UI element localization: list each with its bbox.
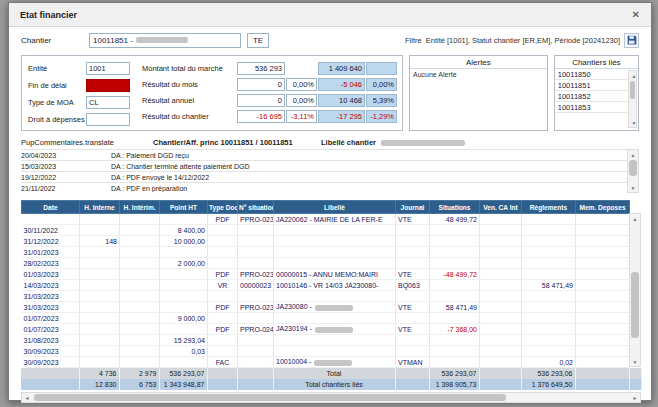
table-cell xyxy=(120,269,160,280)
table-cell xyxy=(576,236,630,247)
field-input[interactable]: 1001 xyxy=(86,62,130,75)
table-cell xyxy=(80,302,120,313)
table-cell xyxy=(522,335,576,346)
table-cell xyxy=(274,258,396,269)
table-row[interactable]: 01/03/2023PDFPPRO-02300000015 - ANNU MEM… xyxy=(22,269,630,280)
scroll-up-icon[interactable]: ▲ xyxy=(628,150,638,159)
table-cell xyxy=(396,346,430,357)
column-header[interactable]: Règlements xyxy=(522,201,576,214)
table-cell xyxy=(80,357,120,368)
totals-linked-row: 12 8306 7531 343 948,87Total chantiers l… xyxy=(21,379,641,390)
scroll-down-icon[interactable]: ▼ xyxy=(629,118,639,127)
comment-row[interactable]: 20/04/2023DA : Paiement DGD reçu xyxy=(21,149,639,160)
table-cell xyxy=(22,214,80,225)
result-label: Résultat du chantier xyxy=(142,112,236,121)
dialog-titlebar: Etat financier ✕ xyxy=(9,3,651,27)
result-value[interactable]: 536 293 xyxy=(237,62,285,75)
table-vertical-scrollbar[interactable]: ▲ ▼ xyxy=(629,213,641,367)
alertes-content: Aucune Alerte xyxy=(413,71,457,78)
close-icon[interactable]: ✕ xyxy=(632,10,640,20)
chantier-lie-item[interactable]: 10011852 xyxy=(555,91,629,102)
te-field[interactable]: TE xyxy=(247,33,269,48)
main-table: DateH. InterneH. Intérim.Point HTType Do… xyxy=(21,200,630,368)
chantier-lie-item[interactable]: 10011850 xyxy=(555,69,629,80)
table-cell xyxy=(576,302,630,313)
table-cell: 31/12/2022 xyxy=(22,236,80,247)
result-value[interactable]: 0 xyxy=(237,78,285,91)
result-value[interactable]: -16 695 xyxy=(237,110,285,123)
scroll-right-icon[interactable]: ► xyxy=(630,393,640,402)
table-row[interactable]: 01/07/20239 000,00 xyxy=(22,313,630,324)
table-cell: PDF xyxy=(208,324,238,335)
table-cell xyxy=(430,291,480,302)
column-header[interactable]: Mem. Deposes xyxy=(576,201,630,214)
column-header[interactable]: Situations xyxy=(430,201,480,214)
scroll-left-icon[interactable]: ◄ xyxy=(22,393,32,402)
table-cell xyxy=(576,225,630,236)
column-header[interactable]: Date xyxy=(22,201,80,214)
comment-row[interactable]: 21/11/2022DA : PDF en préparation xyxy=(21,182,639,193)
scroll-down-icon[interactable]: ▼ xyxy=(628,183,638,192)
table-row[interactable]: 30/11/20228 400,00 xyxy=(22,225,630,236)
comments-scrollbar[interactable]: ▲ ▼ xyxy=(627,149,639,193)
scrollbar-thumb[interactable] xyxy=(629,160,637,176)
totals-table: 4 7362 979536 293,07Total536 293,07536 2… xyxy=(21,368,642,390)
table-cell xyxy=(480,335,522,346)
comment-row[interactable]: 19/12/2022DA : PDF envoyé le 14/12/2022 xyxy=(21,171,639,182)
field-label: Fin de délai xyxy=(28,81,86,90)
chantier-input[interactable]: 10011851 - xyxy=(89,33,241,48)
table-row[interactable]: 30/09/20230,03 xyxy=(22,346,630,357)
field-label: Entité xyxy=(28,64,86,73)
table-cell xyxy=(430,280,480,291)
scroll-up-icon[interactable]: ▲ xyxy=(630,214,640,223)
table-cell xyxy=(120,280,160,291)
horizontal-scrollbar[interactable]: ◄ ► xyxy=(21,392,641,403)
field-input[interactable] xyxy=(86,113,130,126)
table-row[interactable]: 31/12/202214810 000,00 xyxy=(22,236,630,247)
table-cell: 28/02/2023 xyxy=(22,258,80,269)
totals-cell: 1 398 905,73 xyxy=(429,379,479,390)
chantier-label: Chantier xyxy=(21,36,83,45)
table-row[interactable]: PDFPPRO-023JA220062 - MAIRIE DE LA FER-E… xyxy=(22,214,630,225)
table-row[interactable]: 31/03/2023PDFPPRO-023JA230080 -VTE58 471… xyxy=(22,302,630,313)
scroll-down-icon[interactable]: ▼ xyxy=(630,357,640,366)
scroll-up-icon[interactable]: ▲ xyxy=(629,71,639,80)
table-cell: 2 000,00 xyxy=(160,258,208,269)
column-header[interactable]: Journal xyxy=(396,201,430,214)
result-value[interactable]: 0 xyxy=(237,94,285,107)
field-input[interactable] xyxy=(86,79,130,92)
table-row[interactable]: 01/07/2023PDFPPRO-024JA230194 -VTE-7 368… xyxy=(22,324,630,335)
column-header[interactable]: H. Interne xyxy=(80,201,120,214)
table-row[interactable]: 30/09/2023FAC10010004 -VTMAN0,02 xyxy=(22,357,630,368)
field-input[interactable]: CL xyxy=(86,96,130,109)
table-row[interactable]: 14/03/2023VR0000002310010146 - VR 14/03 … xyxy=(22,280,630,291)
column-header[interactable]: Type Doc xyxy=(208,201,238,214)
table-cell: 00000023 xyxy=(238,280,274,291)
libelle-chantier: Libellé chantier xyxy=(321,138,465,147)
table-row[interactable]: 28/02/20232 000,00 xyxy=(22,258,630,269)
comment-row[interactable]: 15/03/2023DA : Chantier terminé attente … xyxy=(21,160,639,171)
redacted-text xyxy=(381,140,465,146)
scrollbar-thumb[interactable] xyxy=(630,81,635,99)
column-header[interactable]: N° situation xyxy=(238,201,274,214)
table-row[interactable]: 31/01/2023 xyxy=(22,247,630,258)
totals-cell: Total chantiers liés xyxy=(273,379,395,390)
table-cell: PPRO-023 xyxy=(238,302,274,313)
table-row[interactable]: 31/03/2023 xyxy=(22,291,630,302)
result-label: Montant total du marché xyxy=(142,64,236,73)
column-header[interactable]: Ven. CA Int xyxy=(480,201,522,214)
table-cell xyxy=(80,247,120,258)
scrollbar-thumb[interactable] xyxy=(631,272,639,338)
column-header[interactable]: Point HT xyxy=(160,201,208,214)
chantier-lie-item[interactable]: 10011853 xyxy=(555,102,629,113)
column-header[interactable]: Libellé xyxy=(274,201,396,214)
table-cell xyxy=(576,269,630,280)
save-filter-button[interactable] xyxy=(624,33,639,48)
column-header[interactable]: H. Intérim. xyxy=(120,201,160,214)
scrollbar-thumb[interactable] xyxy=(34,394,506,401)
chantiers-lies-scrollbar[interactable]: ▲ ▼ xyxy=(628,70,637,128)
table-cell: 9 000,00 xyxy=(160,313,208,324)
table-row[interactable]: 31/08/202315 293,04 xyxy=(22,335,630,346)
chantier-lie-item[interactable]: 10011851 xyxy=(555,80,629,91)
table-cell xyxy=(522,269,576,280)
